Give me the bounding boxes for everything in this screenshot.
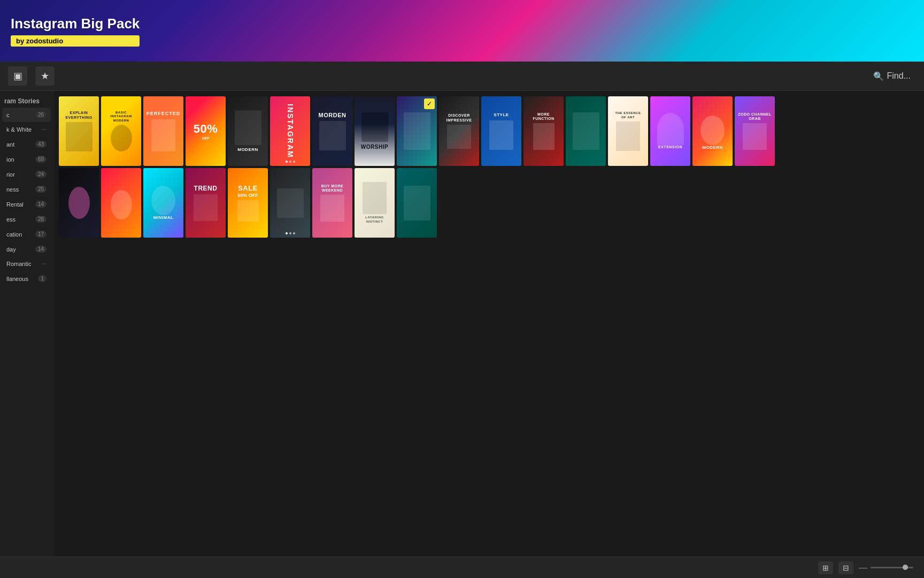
sidebar-item-ness[interactable]: ness 25 — [2, 182, 51, 196]
search-icon: 🔍 — [873, 71, 884, 81]
gallery-content: EXPLAINEVERYTHING BASICINSTAGRAMMODERN P… — [53, 91, 924, 578]
search-label: Find... — [887, 71, 911, 81]
gallery-item[interactable]: Sale 50% OFF — [228, 168, 268, 238]
sidebar-item-c[interactable]: c 26 — [2, 108, 51, 122]
banner-author: by zodostudio — [11, 35, 140, 47]
zoom-bar: — — [859, 563, 913, 573]
banner-text: Instagram Big Pack by zodostudio — [11, 16, 140, 47]
sidebar-item-day[interactable]: day 14 — [2, 242, 51, 256]
gallery-item[interactable]: LayeringInstinct — [355, 168, 395, 238]
search-button[interactable]: 🔍 Find... — [868, 68, 916, 85]
favorites-button[interactable]: ★ — [35, 66, 55, 86]
sidebar-item-white[interactable]: k & White — [2, 123, 51, 136]
sidebar-item-cation[interactable]: cation 17 — [2, 227, 51, 241]
gallery-item[interactable]: EXPLAINEVERYTHING — [59, 96, 99, 166]
zoom-slider[interactable] — [871, 567, 913, 568]
gallery-item[interactable] — [59, 168, 99, 238]
gallery-item[interactable]: MODERN — [692, 96, 733, 166]
gallery-item[interactable] — [270, 168, 310, 238]
gallery-row-2: MINIMAL TREND Sale 50% OFF — [59, 168, 919, 238]
header-banner: Instagram Big Pack by zodostudio — [0, 0, 924, 62]
sidebar-item-rental[interactable]: Rental 14 — [2, 197, 51, 211]
main-layout: ram Stories c 26 k & White ant 43 ion 69… — [0, 91, 924, 578]
gallery-item[interactable]: BASICINSTAGRAMMODERN — [101, 96, 141, 166]
sidebar-item-romantic[interactable]: Romantic — [2, 257, 51, 271]
gallery-item[interactable] — [566, 96, 606, 166]
selected-badge: ✓ — [424, 98, 435, 109]
bottom-bar: ⊞ ⊟ — — [0, 557, 924, 578]
gallery-item[interactable]: MODERN — [228, 96, 268, 166]
gallery-item[interactable]: Buy Moreweekend — [312, 168, 352, 238]
zoom-thumb — [903, 565, 908, 570]
toolbar: ▣ ★ 🔍 Find... — [0, 62, 924, 91]
gallery-item[interactable]: DISCOVERIMPRESSIVE — [439, 96, 479, 166]
gallery-item[interactable]: Zodo ChannelGRAB — [735, 96, 775, 166]
gallery-item[interactable]: THE ESSENCEOF ART — [608, 96, 648, 166]
gallery-item[interactable]: EXTENSION — [650, 96, 690, 166]
sidebar-item-ess[interactable]: ess 28 — [2, 212, 51, 226]
sidebar-item-ion[interactable]: ion 69 — [2, 152, 51, 166]
expand-button[interactable]: ⊞ — [818, 561, 833, 574]
star-icon: ★ — [41, 70, 49, 82]
sidebar-item-llaneous[interactable]: llaneous 1 — [2, 271, 51, 286]
gallery-item[interactable]: MORDEN — [312, 96, 352, 166]
gallery-item[interactable]: STYLE — [481, 96, 521, 166]
sidebar-item-rior[interactable]: rior 24 — [2, 167, 51, 181]
gallery-item[interactable]: MINIMAL — [143, 168, 183, 238]
gallery-item[interactable] — [397, 168, 437, 238]
sidebar-item-ant[interactable]: ant 43 — [2, 137, 51, 151]
gallery-item[interactable]: TREND — [186, 168, 226, 238]
gallery-item[interactable]: 50% OFF — [186, 96, 226, 166]
template-button[interactable]: ▣ — [8, 66, 27, 86]
template-icon: ▣ — [13, 70, 22, 82]
gallery-item[interactable]: WORSHIP — [355, 96, 395, 166]
gallery-item[interactable]: PERFECTED — [143, 96, 183, 166]
gallery-item[interactable]: INSTAGRAM — [270, 96, 310, 166]
gallery-item[interactable]: MOREFUNCTION — [523, 96, 564, 166]
gallery-row-1: EXPLAINEVERYTHING BASICINSTAGRAMMODERN P… — [59, 96, 919, 166]
sidebar: ram Stories c 26 k & White ant 43 ion 69… — [0, 91, 53, 578]
sidebar-section-title: ram Stories — [0, 91, 53, 107]
grid-button[interactable]: ⊟ — [838, 561, 853, 574]
gallery-item-selected[interactable]: ✓ — [397, 96, 437, 166]
zoom-minus-icon: — — [859, 563, 867, 573]
banner-title: Instagram Big Pack — [11, 16, 140, 32]
gallery-item[interactable] — [101, 168, 141, 238]
